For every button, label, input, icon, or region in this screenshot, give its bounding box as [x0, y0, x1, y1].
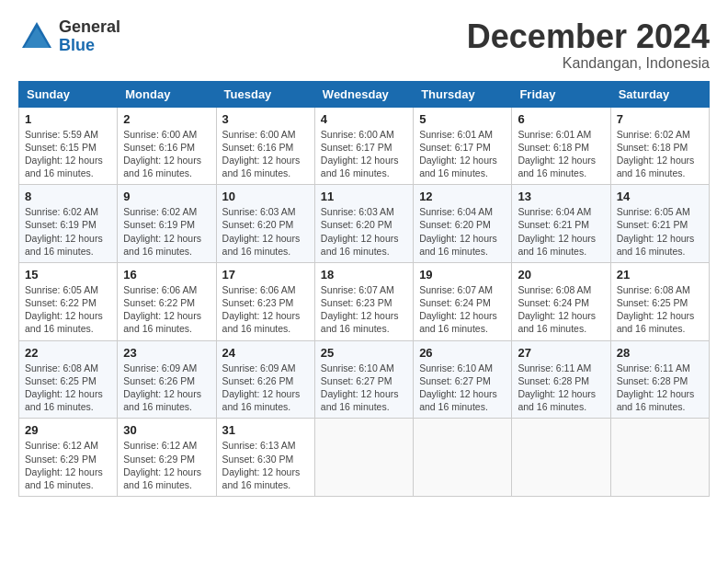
day-number: 31	[222, 423, 309, 437]
day-info: Sunrise: 6:05 AMSunset: 6:22 PMDaylight:…	[25, 283, 111, 336]
calendar-cell: 24Sunrise: 6:09 AMSunset: 6:26 PMDayligh…	[216, 340, 314, 419]
logo-name: General Blue	[59, 18, 120, 55]
day-info: Sunrise: 6:00 AMSunset: 6:16 PMDaylight:…	[222, 128, 309, 180]
day-info: Sunrise: 6:10 AMSunset: 6:27 PMDaylight:…	[321, 362, 407, 414]
calendar-cell: 16Sunrise: 6:06 AMSunset: 6:22 PMDayligh…	[118, 262, 216, 340]
day-number: 20	[518, 268, 604, 282]
day-info: Sunrise: 6:05 AMSunset: 6:21 PMDaylight:…	[617, 205, 703, 258]
column-header-thursday: Thursday	[414, 81, 512, 107]
day-info: Sunrise: 6:03 AMSunset: 6:20 PMDaylight:…	[321, 205, 407, 258]
calendar-cell: 22Sunrise: 6:08 AMSunset: 6:25 PMDayligh…	[19, 340, 118, 419]
day-number: 4	[321, 112, 407, 126]
day-info: Sunrise: 6:07 AMSunset: 6:24 PMDaylight:…	[419, 283, 506, 336]
day-number: 18	[321, 268, 407, 282]
calendar-week-row: 29Sunrise: 6:12 AMSunset: 6:29 PMDayligh…	[19, 419, 710, 497]
day-number: 24	[222, 346, 309, 360]
page-header: General Blue December 2024 Kandangan, In…	[18, 18, 710, 72]
day-number: 23	[123, 346, 210, 360]
day-info: Sunrise: 6:13 AMSunset: 6:30 PMDaylight:…	[222, 439, 309, 491]
calendar-week-row: 22Sunrise: 6:08 AMSunset: 6:25 PMDayligh…	[19, 340, 710, 419]
calendar-cell: 27Sunrise: 6:11 AMSunset: 6:28 PMDayligh…	[512, 340, 610, 419]
calendar-cell: 29Sunrise: 6:12 AMSunset: 6:29 PMDayligh…	[19, 419, 118, 497]
calendar-cell: 9Sunrise: 6:02 AMSunset: 6:19 PMDaylight…	[118, 185, 216, 263]
day-info: Sunrise: 6:08 AMSunset: 6:25 PMDaylight:…	[617, 283, 703, 336]
day-info: Sunrise: 6:02 AMSunset: 6:18 PMDaylight:…	[617, 128, 703, 180]
day-number: 6	[518, 112, 604, 126]
day-info: Sunrise: 6:02 AMSunset: 6:19 PMDaylight:…	[25, 205, 111, 258]
month-title: December 2024	[467, 18, 710, 55]
column-header-friday: Friday	[512, 81, 610, 107]
day-info: Sunrise: 6:09 AMSunset: 6:26 PMDaylight:…	[222, 362, 309, 414]
logo-general-text: General	[59, 18, 120, 37]
day-number: 21	[617, 268, 703, 282]
calendar-week-row: 15Sunrise: 6:05 AMSunset: 6:22 PMDayligh…	[19, 262, 710, 340]
column-header-monday: Monday	[118, 81, 216, 107]
calendar-week-row: 8Sunrise: 6:02 AMSunset: 6:19 PMDaylight…	[19, 185, 710, 263]
day-number: 3	[222, 112, 309, 126]
day-info: Sunrise: 6:04 AMSunset: 6:21 PMDaylight:…	[518, 205, 604, 258]
day-number: 12	[419, 190, 506, 203]
day-number: 5	[419, 112, 506, 126]
day-number: 7	[617, 112, 703, 126]
calendar-table: SundayMondayTuesdayWednesdayThursdayFrid…	[18, 81, 710, 497]
calendar-cell: 15Sunrise: 6:05 AMSunset: 6:22 PMDayligh…	[19, 262, 118, 340]
calendar-cell: 21Sunrise: 6:08 AMSunset: 6:25 PMDayligh…	[610, 262, 709, 340]
day-info: Sunrise: 6:08 AMSunset: 6:24 PMDaylight:…	[518, 283, 604, 336]
day-number: 30	[123, 423, 210, 437]
calendar-cell: 11Sunrise: 6:03 AMSunset: 6:20 PMDayligh…	[314, 185, 413, 263]
day-number: 19	[419, 268, 506, 282]
calendar-cell: 14Sunrise: 6:05 AMSunset: 6:21 PMDayligh…	[610, 185, 709, 263]
calendar-cell: 28Sunrise: 6:11 AMSunset: 6:28 PMDayligh…	[610, 340, 709, 419]
logo-blue-text: Blue	[59, 37, 120, 55]
calendar-cell: 23Sunrise: 6:09 AMSunset: 6:26 PMDayligh…	[118, 340, 216, 419]
column-header-wednesday: Wednesday	[314, 81, 413, 107]
calendar-cell: 20Sunrise: 6:08 AMSunset: 6:24 PMDayligh…	[512, 262, 610, 340]
day-info: Sunrise: 6:12 AMSunset: 6:29 PMDaylight:…	[123, 439, 210, 491]
day-info: Sunrise: 6:00 AMSunset: 6:16 PMDaylight:…	[123, 128, 210, 180]
day-number: 27	[518, 346, 604, 360]
day-info: Sunrise: 5:59 AMSunset: 6:15 PMDaylight:…	[25, 128, 111, 180]
calendar-cell	[314, 419, 413, 497]
calendar-cell: 13Sunrise: 6:04 AMSunset: 6:21 PMDayligh…	[512, 185, 610, 263]
day-number: 13	[518, 190, 604, 203]
calendar-cell: 7Sunrise: 6:02 AMSunset: 6:18 PMDaylight…	[610, 107, 709, 185]
day-info: Sunrise: 6:12 AMSunset: 6:29 PMDaylight:…	[25, 439, 111, 491]
day-info: Sunrise: 6:00 AMSunset: 6:17 PMDaylight:…	[321, 128, 407, 180]
day-number: 8	[25, 190, 111, 203]
day-number: 28	[617, 346, 703, 360]
location: Kandangan, Indonesia	[467, 55, 710, 72]
column-header-sunday: Sunday	[19, 81, 118, 107]
day-info: Sunrise: 6:01 AMSunset: 6:18 PMDaylight:…	[518, 128, 604, 180]
logo: General Blue	[18, 18, 120, 55]
calendar-cell: 26Sunrise: 6:10 AMSunset: 6:27 PMDayligh…	[414, 340, 512, 419]
calendar-cell: 12Sunrise: 6:04 AMSunset: 6:20 PMDayligh…	[414, 185, 512, 263]
day-info: Sunrise: 6:01 AMSunset: 6:17 PMDaylight:…	[419, 128, 506, 180]
column-header-saturday: Saturday	[610, 81, 709, 107]
calendar-cell: 25Sunrise: 6:10 AMSunset: 6:27 PMDayligh…	[314, 340, 413, 419]
day-info: Sunrise: 6:03 AMSunset: 6:20 PMDaylight:…	[222, 205, 309, 258]
calendar-cell: 18Sunrise: 6:07 AMSunset: 6:23 PMDayligh…	[314, 262, 413, 340]
calendar-cell: 4Sunrise: 6:00 AMSunset: 6:17 PMDaylight…	[314, 107, 413, 185]
day-info: Sunrise: 6:02 AMSunset: 6:19 PMDaylight:…	[123, 205, 210, 258]
day-number: 10	[222, 190, 309, 203]
calendar-cell: 10Sunrise: 6:03 AMSunset: 6:20 PMDayligh…	[216, 185, 314, 263]
calendar-cell	[512, 419, 610, 497]
day-number: 25	[321, 346, 407, 360]
day-number: 14	[617, 190, 703, 203]
calendar-cell	[414, 419, 512, 497]
calendar-cell: 17Sunrise: 6:06 AMSunset: 6:23 PMDayligh…	[216, 262, 314, 340]
calendar-cell: 31Sunrise: 6:13 AMSunset: 6:30 PMDayligh…	[216, 419, 314, 497]
calendar-cell: 2Sunrise: 6:00 AMSunset: 6:16 PMDaylight…	[118, 107, 216, 185]
day-number: 17	[222, 268, 309, 282]
day-number: 2	[123, 112, 210, 126]
calendar-cell: 30Sunrise: 6:12 AMSunset: 6:29 PMDayligh…	[118, 419, 216, 497]
day-number: 1	[25, 112, 111, 126]
day-info: Sunrise: 6:08 AMSunset: 6:25 PMDaylight:…	[25, 362, 111, 414]
day-number: 26	[419, 346, 506, 360]
calendar-week-row: 1Sunrise: 5:59 AMSunset: 6:15 PMDaylight…	[19, 107, 710, 185]
day-info: Sunrise: 6:07 AMSunset: 6:23 PMDaylight:…	[321, 283, 407, 336]
calendar-cell: 19Sunrise: 6:07 AMSunset: 6:24 PMDayligh…	[414, 262, 512, 340]
day-number: 22	[25, 346, 111, 360]
day-number: 9	[123, 190, 210, 203]
column-header-tuesday: Tuesday	[216, 81, 314, 107]
